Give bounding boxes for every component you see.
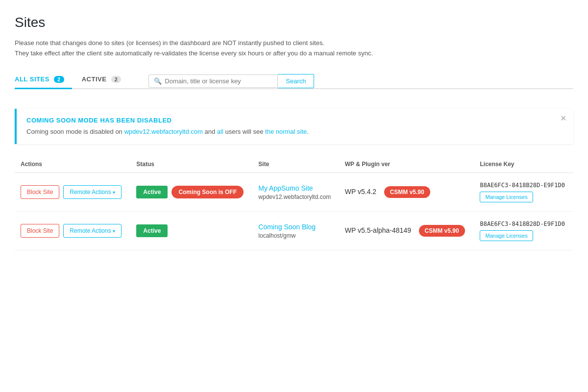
search-area: 🔍 Search xyxy=(148,74,314,88)
alert-body: Coming soon mode is disabled on wpdev12.… xyxy=(26,127,564,137)
remote-actions-button-row1[interactable]: Remote Actions xyxy=(63,185,122,199)
alert-normal-site: the normal site xyxy=(265,128,307,135)
page-description: Please note that changes done to sites (… xyxy=(15,38,573,59)
col-actions: Actions xyxy=(15,156,130,173)
alert-domain: wpdev12.webfactoryltd.com xyxy=(124,128,202,135)
search-input-wrap: 🔍 xyxy=(148,74,278,88)
row2-status-cell: Active xyxy=(130,212,252,250)
csmm-badge-row2: CSMM v5.90 xyxy=(419,225,465,237)
search-icon: 🔍 xyxy=(154,77,162,85)
block-site-button-row1[interactable]: Block Site xyxy=(21,185,59,199)
tab-active[interactable]: ACTIVE 2 xyxy=(82,71,129,89)
col-wp-plugin: WP & Plugin ver xyxy=(339,156,474,173)
remote-actions-button-row2[interactable]: Remote Actions xyxy=(63,224,122,238)
csmm-badge-row1: CSMM v5.90 xyxy=(384,186,430,198)
row2-license-cell: B8AE6FC3-8418B28D-E9F1D0 Manage Licenses xyxy=(474,212,573,250)
row2-actions-cell: Block Site Remote Actions xyxy=(15,212,130,250)
status-active-badge-row1: Active xyxy=(136,186,168,198)
block-site-button-row2[interactable]: Block Site xyxy=(21,224,59,238)
row1-wp-plugin-cell: WP v5.4.2 CSMM v5.90 xyxy=(339,173,474,212)
manage-licenses-button-row2[interactable]: Manage Licenses xyxy=(480,230,533,241)
row1-site-cell: My AppSumo Site wpdev12.webfactoryltd.co… xyxy=(252,173,339,212)
coming-soon-off-badge-row1[interactable]: Coming Soon is OFF xyxy=(172,186,244,198)
col-status: Status xyxy=(130,156,252,173)
alert-banner: COMING SOON MODE HAS BEEN DISABLED Comin… xyxy=(15,109,573,145)
row2-site-cell: Coming Soon Blog localhost/gmw xyxy=(252,212,339,250)
search-input[interactable] xyxy=(165,77,272,85)
site-url-row1: wpdev12.webfactoryltd.com xyxy=(258,194,333,200)
sites-table: Actions Status Site WP & Plugin ver Lice… xyxy=(15,156,573,250)
row1-status-cell: Active Coming Soon is OFF xyxy=(130,173,252,212)
alert-close-button[interactable]: ✕ xyxy=(560,115,566,122)
site-url-row2: localhost/gmw xyxy=(258,232,333,239)
alert-title: COMING SOON MODE HAS BEEN DISABLED xyxy=(26,117,564,124)
table-row: Block Site Remote Actions Active Coming … xyxy=(15,212,573,250)
wp-version-row2: WP v5.5-alpha-48149 xyxy=(345,226,411,234)
site-name-link-row2[interactable]: Coming Soon Blog xyxy=(258,223,333,231)
tab-all-sites[interactable]: ALL SITES 2 xyxy=(15,71,72,89)
col-license-key: License Key xyxy=(474,156,573,173)
page-title: Sites xyxy=(15,15,573,30)
license-key-row2: B8AE6FC3-8418B28D-E9F1D0 xyxy=(480,220,567,227)
table-header-row: Actions Status Site WP & Plugin ver Lice… xyxy=(15,156,573,173)
manage-licenses-button-row1[interactable]: Manage Licenses xyxy=(480,192,533,202)
wp-version-row1: WP v5.4.2 xyxy=(345,188,376,196)
license-key-row1: B8AE6FC3-8418B28D-E9F1D0 xyxy=(480,182,567,189)
alert-all: all xyxy=(217,128,223,135)
row1-actions-cell: Block Site Remote Actions xyxy=(15,173,130,212)
table-row: Block Site Remote Actions Active Coming … xyxy=(15,173,573,212)
tabs-bar: ALL SITES 2 ACTIVE 2 🔍 Search xyxy=(15,71,573,99)
status-active-badge-row2: Active xyxy=(136,224,168,237)
site-name-link-row1[interactable]: My AppSumo Site xyxy=(258,184,333,192)
search-button[interactable]: Search xyxy=(278,74,314,88)
row2-wp-plugin-cell: WP v5.5-alpha-48149 CSMM v5.90 xyxy=(339,212,474,250)
row1-license-cell: B8AE6FC3-8418B28D-E9F1D0 Manage Licenses xyxy=(474,173,573,212)
col-site: Site xyxy=(252,156,339,173)
